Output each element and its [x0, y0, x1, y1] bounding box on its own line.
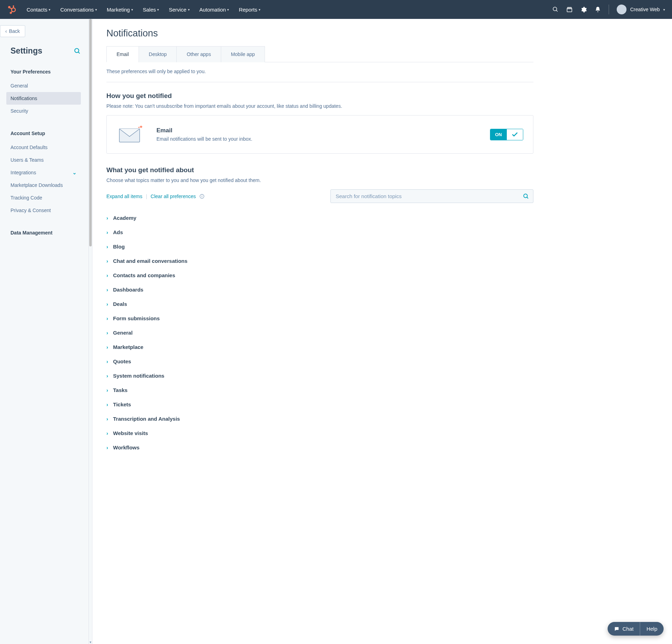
bell-icon[interactable] — [595, 6, 601, 13]
account-name: Creative Web — [630, 7, 660, 12]
sidebar-item-notifications[interactable]: Notifications — [6, 92, 81, 105]
sidebar-item-users-teams[interactable]: Users & Teams — [6, 154, 81, 166]
topic-label: Deals — [113, 301, 127, 307]
sidebar-item-general[interactable]: General — [6, 79, 81, 92]
content: Notifications EmailDesktopOther appsMobi… — [92, 19, 547, 644]
sidebar-item-marketplace-downloads[interactable]: Marketplace Downloads — [6, 179, 81, 191]
sidebar-search-icon[interactable] — [74, 48, 81, 55]
topic-general[interactable]: ›General — [106, 326, 533, 340]
topic-chat-and-email-conversations[interactable]: ›Chat and email conversations — [106, 254, 533, 268]
gear-icon[interactable] — [580, 6, 587, 13]
sidebar-item-account-defaults[interactable]: Account Defaults — [6, 141, 81, 154]
applies-to-you: These preferences will only be applied t… — [106, 69, 533, 74]
clear-preferences-link[interactable]: Clear all preferences — [150, 194, 196, 199]
scrollbar-thumb[interactable] — [89, 19, 92, 246]
marketplace-icon[interactable] — [566, 6, 573, 13]
nav-item-conversations[interactable]: Conversations▾ — [60, 7, 97, 13]
sidebar-group-title: Your Preferences — [10, 69, 81, 75]
chevron-right-icon: › — [106, 301, 108, 307]
tabs: EmailDesktopOther appsMobile app — [106, 46, 533, 62]
sidebar-item-label: Integrations — [10, 170, 36, 175]
chevron-left-icon: ‹ — [5, 28, 7, 34]
sidebar-item-label: Tracking Code — [10, 195, 42, 201]
topic-academy[interactable]: ›Academy — [106, 211, 533, 225]
chevron-right-icon: › — [106, 258, 108, 264]
topic-tasks[interactable]: ›Tasks — [106, 383, 533, 397]
chevron-down-icon: ▾ — [259, 8, 260, 12]
svg-marker-17 — [140, 125, 143, 128]
topic-label: Ads — [113, 229, 123, 235]
topic-transcription-and-analysis[interactable]: ›Transcription and Analysis — [106, 412, 533, 426]
logo[interactable] — [7, 5, 16, 14]
nav-item-automation[interactable]: Automation▾ — [200, 7, 229, 13]
tab-other-apps[interactable]: Other apps — [176, 46, 221, 62]
separator: | — [146, 194, 147, 199]
topic-workflows[interactable]: ›Workflows — [106, 440, 533, 455]
email-card-title: Email — [156, 127, 252, 134]
sidebar-item-label: General — [10, 83, 28, 89]
topic-form-submissions[interactable]: ›Form submissions — [106, 311, 533, 326]
nav-item-reports[interactable]: Reports▾ — [239, 7, 260, 13]
topic-contacts-and-companies[interactable]: ›Contacts and companies — [106, 268, 533, 282]
svg-point-13 — [75, 48, 79, 52]
nav-item-service[interactable]: Service▾ — [169, 7, 189, 13]
topic-website-visits[interactable]: ›Website visits — [106, 426, 533, 440]
account-menu[interactable]: Creative Web ▾ — [617, 5, 665, 14]
tab-mobile-app[interactable]: Mobile app — [221, 46, 265, 62]
email-toggle[interactable]: ON — [490, 129, 524, 140]
nav-item-marketing[interactable]: Marketing▾ — [107, 7, 133, 13]
svg-line-14 — [78, 52, 80, 53]
sidebar-item-tracking-code[interactable]: Tracking Code — [6, 191, 81, 204]
info-icon[interactable] — [200, 194, 204, 199]
sidebar-item-integrations[interactable]: Integrations⌄ — [6, 166, 81, 179]
tab-desktop[interactable]: Desktop — [139, 46, 177, 62]
chevron-right-icon: › — [106, 387, 108, 393]
what-about-heading: What you get notified about — [106, 166, 533, 174]
back-button[interactable]: ‹ Back — [0, 25, 25, 37]
topic-marketplace[interactable]: ›Marketplace — [106, 340, 533, 354]
scroll-down-icon[interactable]: ▾ — [89, 640, 92, 644]
topic-label: Dashboards — [113, 287, 144, 293]
chevron-down-icon: ▾ — [663, 8, 665, 12]
topic-label: Tickets — [113, 401, 131, 407]
chevron-right-icon: › — [106, 215, 108, 221]
avatar — [617, 5, 626, 14]
search-icon[interactable] — [523, 193, 529, 200]
chat-button[interactable]: Chat — [608, 622, 640, 636]
chevron-down-icon: ▾ — [227, 8, 229, 12]
topic-label: Workflows — [113, 444, 140, 450]
nav-item-label: Marketing — [107, 7, 130, 13]
topic-tickets[interactable]: ›Tickets — [106, 397, 533, 412]
svg-point-21 — [524, 194, 527, 198]
topic-system-notifications[interactable]: ›System notifications — [106, 369, 533, 383]
sidebar-group-title: Data Management — [10, 230, 81, 236]
sidebar-item-security[interactable]: Security — [6, 105, 81, 117]
help-button[interactable]: Help — [640, 622, 664, 636]
search-icon[interactable] — [552, 6, 559, 13]
sidebar-nav-list: Account DefaultsUsers & TeamsIntegration… — [10, 141, 81, 217]
sidebar-item-privacy-consent[interactable]: Privacy & Consent — [6, 204, 81, 217]
svg-line-8 — [556, 10, 558, 12]
topic-label: Quotes — [113, 358, 131, 364]
sidebar-item-label: Security — [10, 108, 28, 114]
nav-item-label: Service — [169, 7, 186, 13]
topic-ads[interactable]: ›Ads — [106, 225, 533, 239]
topic-blog[interactable]: ›Blog — [106, 239, 533, 254]
sidebar-title: Settings — [10, 46, 81, 56]
nav-item-contacts[interactable]: Contacts▾ — [27, 7, 50, 13]
chevron-right-icon: › — [106, 229, 108, 235]
topic-label: Contacts and companies — [113, 272, 175, 278]
sidebar-scrollbar[interactable]: ▾ — [89, 19, 92, 644]
topic-quotes[interactable]: ›Quotes — [106, 354, 533, 369]
expand-all-link[interactable]: Expand all items — [106, 194, 142, 199]
tab-email[interactable]: Email — [106, 46, 139, 62]
topic-deals[interactable]: ›Deals — [106, 297, 533, 311]
email-card: Email Email notifications will be sent t… — [106, 115, 533, 154]
topic-dashboards[interactable]: ›Dashboards — [106, 282, 533, 297]
nav-item-label: Conversations — [60, 7, 94, 13]
nav-item-sales[interactable]: Sales▾ — [143, 7, 159, 13]
search-input[interactable] — [330, 189, 533, 203]
chevron-right-icon: › — [106, 430, 108, 436]
topic-list: ›Academy›Ads›Blog›Chat and email convers… — [106, 211, 533, 455]
check-icon — [507, 129, 523, 140]
